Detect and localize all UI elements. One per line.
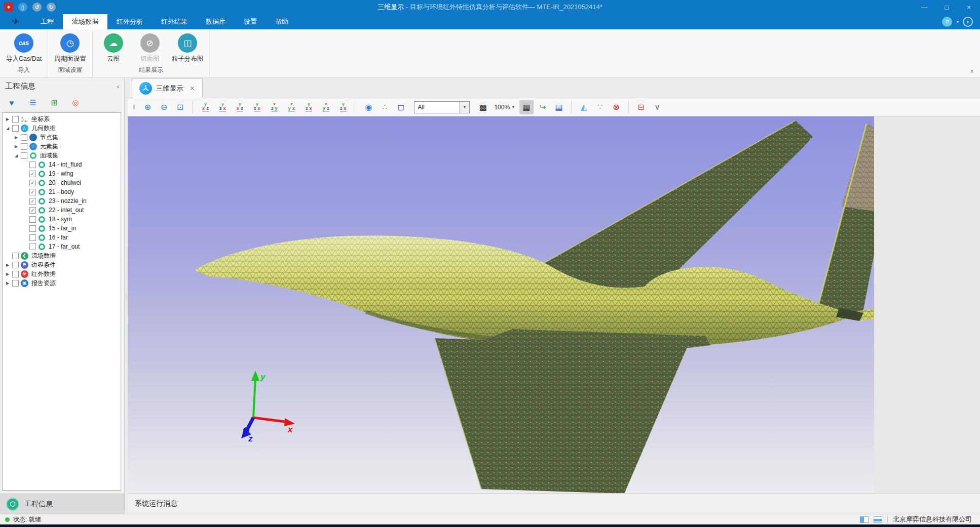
tree-item-label[interactable]: 元素集 — [40, 142, 58, 151]
tab-3d-view[interactable]: 三维显示 ✕ — [132, 78, 203, 98]
layout-left-panel-icon[interactable] — [860, 516, 869, 523]
app-icon[interactable]: ✦ — [4, 3, 13, 12]
box-select-icon[interactable]: ◻ — [394, 100, 408, 114]
tree-item-label[interactable]: 20 - chuiwei — [49, 179, 81, 186]
combobox-dropdown-icon[interactable]: ▼ — [459, 102, 469, 113]
zoom-in-icon[interactable]: ⊕ — [140, 100, 155, 114]
tree-item-label[interactable]: 18 - sym — [49, 216, 72, 223]
tab-ir-results[interactable]: 红外结果 — [152, 14, 197, 29]
tree-item-label[interactable]: 16 - far — [49, 234, 68, 241]
periodic-face-button[interactable]: ◷周期面设置 — [54, 31, 86, 64]
tree-item-label[interactable]: 21 - body — [49, 188, 74, 195]
layout-bottom-panel-icon[interactable] — [874, 516, 882, 523]
tree-row-surface-18-sym[interactable]: 18 - sym — [3, 215, 121, 224]
tab-settings[interactable]: 设置 — [235, 14, 266, 29]
tree-checkbox[interactable] — [12, 253, 19, 259]
tree-item-label[interactable]: 坐标系 — [31, 115, 50, 124]
tree-item-label[interactable]: 报告资源 — [31, 279, 56, 288]
contour-button[interactable]: ☁云图 — [99, 31, 128, 64]
tree-checkbox[interactable] — [29, 234, 36, 241]
theme-icon[interactable]: ⊡ — [942, 17, 952, 27]
tree-row-surface-23-nozzle-in[interactable]: ✓23 - nozzle_in — [3, 196, 121, 206]
tab-help[interactable]: 帮助 — [266, 14, 297, 29]
tree-row-surface-17-far-out[interactable]: 17 - far_out — [3, 242, 121, 251]
undo-icon[interactable]: ↺ — [32, 3, 42, 12]
toolbar-grip[interactable]: ‖ — [133, 103, 135, 111]
tree-item-label[interactable]: 17 - far_out — [49, 243, 80, 250]
view-iso-2-icon[interactable]: xyz — [318, 101, 333, 114]
tree-expander-icon[interactable]: ▶ — [5, 117, 11, 121]
tree-row-surface-16-far[interactable]: 16 - far — [3, 233, 121, 242]
grid-view-icon[interactable]: ⊞ — [49, 97, 60, 108]
tree-expander-icon[interactable]: ▶ — [5, 263, 11, 267]
restore-button[interactable]: □ — [935, 0, 958, 14]
tree-checkbox[interactable]: ✓ — [29, 171, 36, 177]
probe-camera-icon[interactable]: ◉ — [361, 100, 375, 114]
tree-row-coordinate-system[interactable]: ▶yzx坐标系 — [3, 114, 121, 124]
tree-item-label[interactable]: 22 - inlet_out — [49, 207, 84, 214]
tab-database[interactable]: 数据库 — [197, 14, 235, 29]
theme-caret-icon[interactable]: ▾ — [956, 19, 959, 24]
style-icon[interactable]: ‖ — [963, 17, 973, 27]
redo-icon[interactable]: ↻ — [47, 3, 56, 12]
tree-checkbox[interactable]: ✓ — [29, 198, 36, 205]
tree-row-element-set[interactable]: ▶◌元素集 — [3, 142, 121, 151]
tree-row-geometry-data[interactable]: ◢△几何数据 — [3, 124, 121, 133]
tree-row-surface-19-wing[interactable]: ✓19 - wing — [3, 169, 121, 178]
tree-checkbox[interactable] — [21, 152, 27, 159]
tree-row-infrared-data[interactable]: ▶☢红外数据 — [3, 269, 121, 278]
tree-item-label[interactable]: 红外数据 — [31, 270, 56, 278]
zoom-level-control[interactable]: 100%▼ — [494, 104, 515, 111]
tree-checkbox[interactable] — [12, 271, 19, 277]
close-button[interactable]: × — [958, 0, 980, 14]
view-left-icon[interactable]: yxz — [232, 101, 247, 114]
tree-row-boundary-conditions[interactable]: ▶⚑边界条件 — [3, 260, 121, 269]
list-view-icon[interactable]: ☰ — [27, 97, 39, 108]
tree-item-label[interactable]: 14 - int_fluid — [49, 161, 82, 168]
tab-ir-analysis[interactable]: 红外分析 — [107, 14, 152, 29]
tree-checkbox[interactable]: ✓ — [29, 189, 36, 195]
export-arrow-icon[interactable]: ↪ — [536, 100, 550, 114]
tree-row-surface-20-chuiwei[interactable]: ✓20 - chuiwei — [3, 178, 121, 187]
collapse-panel-icon[interactable]: ‹ — [117, 83, 119, 90]
tree-checkbox[interactable] — [12, 262, 19, 268]
tree-checkbox[interactable]: ✓ — [29, 180, 36, 186]
tree-expander-icon[interactable]: ▶ — [5, 272, 11, 276]
import-cas-dat-button[interactable]: cas导入Cas/Dat — [6, 31, 42, 64]
collapse-ribbon-icon[interactable]: ∧ — [970, 68, 974, 74]
tree-item-label[interactable]: 几何数据 — [31, 124, 56, 133]
panel-footer[interactable]: ⬡ 工程信息 — [0, 494, 124, 514]
new-document-icon[interactable]: ▯ — [18, 3, 27, 12]
tree-row-flow-field-data[interactable]: ❮流场数据 — [3, 251, 121, 260]
cancel-icon[interactable]: ⊗ — [609, 100, 623, 114]
tree-item-label[interactable]: 流场数据 — [31, 252, 56, 260]
tab-project[interactable]: 工程 — [31, 14, 63, 29]
mesh-grid-icon[interactable]: ▦ — [519, 100, 534, 114]
view-front-icon[interactable]: yxz — [198, 101, 213, 114]
tree-item-label[interactable]: 边界条件 — [31, 261, 56, 269]
tree-checkbox[interactable] — [29, 216, 36, 223]
tree-item-label[interactable]: 23 - nozzle_in — [49, 197, 87, 205]
zoom-window-icon[interactable]: ⊡ — [173, 100, 187, 114]
tree-checkbox[interactable] — [12, 125, 19, 132]
particle-points-icon[interactable]: ∴ — [378, 100, 392, 114]
tree-row-surface-22-inlet-out[interactable]: ✓22 - inlet_out — [3, 206, 121, 215]
archive-box-icon[interactable]: ⊟ — [634, 100, 648, 114]
more-caret-icon[interactable]: ∨ — [650, 100, 664, 114]
tree-row-node-set[interactable]: ▶∙∙节点集 — [3, 133, 121, 142]
tree-item-label[interactable]: 15 - far_in — [49, 225, 76, 232]
snapshot-image-icon[interactable]: ▤ — [552, 100, 566, 114]
minimize-button[interactable]: — — [913, 0, 935, 14]
mirror-icon[interactable]: ◭ — [577, 100, 591, 114]
view-iso-3-icon[interactable]: yzx — [335, 101, 351, 114]
filter-triangle-icon[interactable]: ▼ — [6, 97, 17, 108]
tree-row-report-resources[interactable]: ▶▣报告资源 — [3, 278, 121, 288]
tab-close-icon[interactable]: ✕ — [190, 85, 195, 92]
tree-checkbox[interactable] — [29, 161, 36, 168]
tree-row-face-set[interactable]: ◢面域集 — [3, 151, 121, 160]
view-iso-1-icon[interactable]: yzx — [301, 101, 316, 114]
tree-checkbox[interactable] — [12, 116, 19, 123]
molecule-icon[interactable]: ∵ — [593, 100, 607, 114]
tab-flow-data[interactable]: 流场数据 — [63, 14, 107, 29]
particle-distribution-button[interactable]: ◫粒子分布图 — [172, 31, 204, 64]
